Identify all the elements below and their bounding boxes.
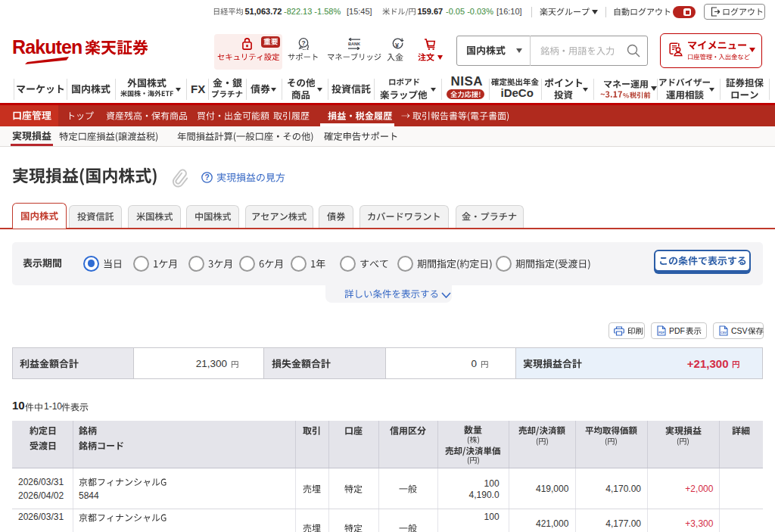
svg-text:CSV: CSV xyxy=(721,331,727,334)
svg-text:?: ? xyxy=(204,173,209,182)
svg-text:?: ? xyxy=(301,39,305,47)
svg-text:BANK: BANK xyxy=(348,41,360,45)
svg-text:PDF: PDF xyxy=(658,331,665,334)
svg-text:¥: ¥ xyxy=(394,42,398,49)
